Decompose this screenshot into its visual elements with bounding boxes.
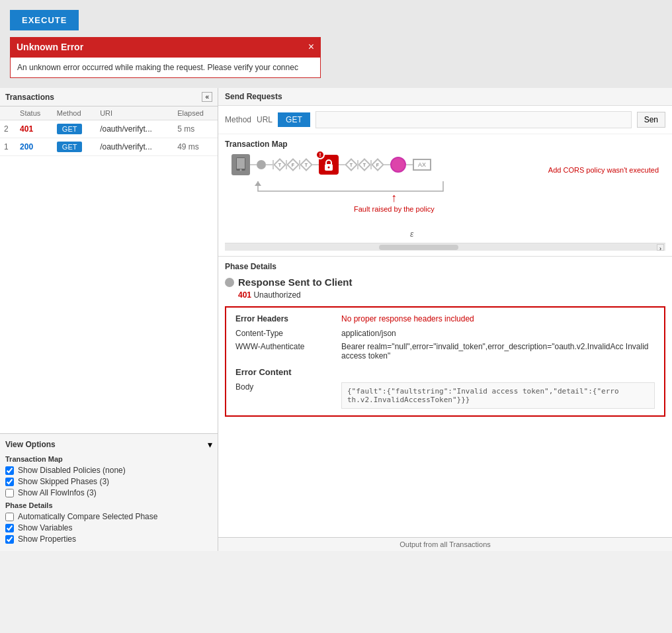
- fault-annotation: ↑ Fault raised by the policy: [354, 191, 435, 213]
- circle-node-1: [257, 160, 266, 169]
- transaction-map-label: Transaction Map: [5, 455, 212, 463]
- transaction-map-viz: T F T: [225, 154, 665, 240]
- lock-node: !: [319, 155, 339, 175]
- checkbox-label: Show Disabled Policies (none): [18, 466, 126, 475]
- left-panel: Transactions « Status Method URI Elapsed…: [0, 88, 218, 551]
- body-value: {"fault":{"faultstring":"Invalid access …: [341, 382, 655, 409]
- phase-checkbox-label: Automatically Compare Selected Phase: [18, 512, 157, 521]
- list-item: Show Variables: [5, 523, 212, 532]
- list-item: Show Properties: [5, 534, 212, 544]
- svg-marker-5: [255, 181, 261, 186]
- list-item: Automatically Compare Selected Phase: [5, 512, 212, 521]
- epsilon-label: ε: [410, 230, 413, 239]
- send-requests-title: Send Requests: [225, 92, 282, 101]
- view-options-panel: View Options ▾ Transaction Map Show Disa…: [0, 433, 218, 551]
- phase-checkbox-label: Show Properties: [18, 534, 76, 544]
- list-item: Show Skipped Phases (3): [5, 477, 212, 486]
- content-type-row: Content-Type application/json: [235, 329, 655, 338]
- row-method-button[interactable]: GET: [57, 142, 83, 152]
- scrollbar-thumb[interactable]: [379, 245, 458, 250]
- phase-checkbox-2[interactable]: [5, 535, 14, 544]
- map-expand-button[interactable]: ›: [657, 244, 664, 251]
- row-method: GET: [53, 120, 96, 138]
- transaction-map-title: Transaction Map: [225, 140, 665, 149]
- col-status: Status: [16, 106, 53, 120]
- col-num: [0, 106, 16, 120]
- method-label: Method: [225, 115, 251, 124]
- col-elapsed: Elapsed: [173, 106, 218, 120]
- row-uri: /oauth/verifyt...: [96, 120, 173, 138]
- diamond-t2: T: [300, 159, 312, 171]
- phase-checkbox-0[interactable]: [5, 513, 14, 521]
- table-row[interactable]: 1 200 GET /oauth/verifyt... 49 ms: [0, 138, 218, 156]
- body-row: Body {"fault":{"faultstring":"Invalid ac…: [235, 382, 655, 409]
- row-uri: /oauth/verifyt...: [96, 138, 173, 156]
- pipe-5: [384, 164, 390, 165]
- transactions-table: Status Method URI Elapsed 2 401 GET /oau…: [0, 106, 218, 156]
- send-button[interactable]: Sen: [637, 112, 665, 128]
- url-label: URL: [257, 115, 273, 124]
- pipe-6: [406, 164, 413, 165]
- transaction-map-section: Transaction Map T: [218, 134, 672, 257]
- checkbox-0[interactable]: [5, 466, 14, 475]
- diamond-t4: T: [358, 159, 370, 171]
- svg-rect-1: [237, 158, 245, 169]
- phase-details-title: Phase Details: [225, 262, 665, 271]
- checkbox-2[interactable]: [5, 489, 14, 497]
- row-method: GET: [53, 138, 96, 156]
- content-type-value: application/json: [341, 329, 655, 338]
- error-warning-text: No proper response headers included: [341, 314, 655, 323]
- checkbox-1[interactable]: [5, 478, 14, 486]
- www-auth-value: Bearer realm="null",error="invalid_token…: [341, 342, 655, 360]
- error-content-label: Error Content: [235, 367, 655, 377]
- phase-checkbox-1[interactable]: [5, 524, 14, 532]
- url-input[interactable]: [315, 111, 632, 128]
- row-num: 2: [0, 120, 16, 138]
- execute-button[interactable]: EXECUTE: [10, 10, 79, 30]
- pipe-1: [250, 164, 257, 165]
- get-method-button[interactable]: GET: [278, 112, 310, 127]
- list-item: Show All FlowInfos (3): [5, 488, 212, 497]
- view-options-title: View Options: [5, 440, 56, 449]
- col-method: Method: [53, 106, 96, 120]
- content-type-label: Content-Type: [235, 329, 341, 338]
- status-code: 401: [238, 290, 251, 300]
- phase-circle: [225, 278, 234, 287]
- transactions-title: Transactions: [5, 93, 54, 102]
- svg-point-2: [240, 169, 242, 171]
- pipe-2: [266, 164, 273, 165]
- diamond-f2: F: [372, 159, 384, 171]
- checkbox-label: Show Skipped Phases (3): [18, 477, 109, 486]
- svg-point-4: [328, 167, 330, 169]
- phase-details-section: Phase Details Response Sent to Client 40…: [218, 257, 672, 537]
- diamond-f1: F: [287, 159, 299, 171]
- status-text: Unauthorized: [253, 290, 300, 300]
- diamond-t1: T: [274, 159, 286, 171]
- ax-node: AX: [413, 159, 431, 171]
- cors-annotation: Add CORS policy wasn't executed: [548, 166, 659, 174]
- response-text: Response Sent to Client: [238, 276, 353, 288]
- collapse-button[interactable]: «: [202, 92, 212, 102]
- phase-checkbox-label: Show Variables: [18, 523, 73, 532]
- right-panel: Send Requests Method URL GET Sen Transac…: [218, 88, 672, 551]
- bottom-bar: Output from all Transactions: [218, 537, 672, 551]
- row-elapsed: 5 ms: [173, 120, 218, 138]
- row-num: 1: [0, 138, 16, 156]
- list-item: Show Disabled Policies (none): [5, 466, 212, 475]
- phase-details-label: Phase Details: [5, 501, 212, 509]
- error-close-button[interactable]: ×: [308, 41, 314, 53]
- table-row[interactable]: 2 401 GET /oauth/verifyt... 5 ms: [0, 120, 218, 138]
- diamond-t3: T: [345, 159, 357, 171]
- error-headers-label: Error Headers: [235, 314, 341, 323]
- www-auth-label: WWW-Authenticate: [235, 342, 341, 351]
- row-method-button[interactable]: GET: [57, 124, 83, 134]
- view-options-toggle-button[interactable]: ▾: [208, 439, 212, 450]
- response-sent-row: Response Sent to Client: [225, 276, 665, 288]
- body-label: Body: [235, 382, 341, 392]
- device-node: [231, 154, 250, 175]
- col-uri: URI: [96, 106, 173, 120]
- www-auth-row: WWW-Authenticate Bearer realm="null",err…: [235, 342, 655, 360]
- pink-circle-node: [390, 157, 406, 173]
- row-elapsed: 49 ms: [173, 138, 218, 156]
- checkbox-label: Show All FlowInfos (3): [18, 488, 97, 497]
